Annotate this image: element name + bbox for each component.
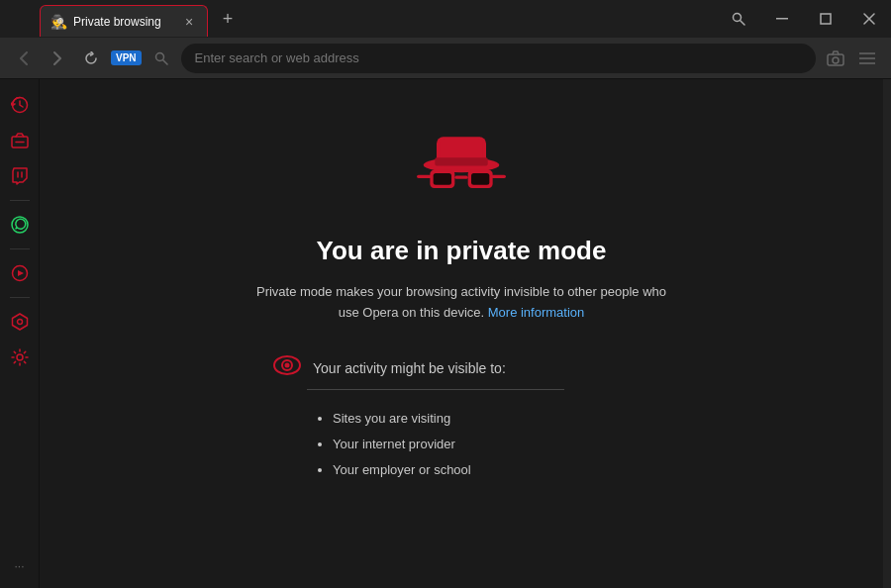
sidebar-more-button[interactable]: ···: [4, 554, 36, 578]
svg-rect-29: [454, 176, 467, 179]
svg-rect-2: [776, 18, 788, 20]
forward-button[interactable]: [44, 45, 71, 72]
svg-rect-3: [821, 14, 831, 24]
visibility-list: Sites you are visiting Your internet pro…: [273, 406, 649, 483]
sidebar-separator-1: [10, 200, 30, 201]
main-layout: ···: [0, 79, 891, 588]
private-browsing-tab-icon: 🕵: [50, 14, 67, 30]
active-tab[interactable]: 🕵 Private browsing ×: [40, 5, 208, 37]
visibility-header: Your activity might be visible to:: [273, 355, 649, 381]
visibility-section: Your activity might be visible to: Sites…: [273, 355, 649, 483]
svg-marker-20: [18, 270, 24, 276]
tab-close-button[interactable]: ×: [181, 14, 197, 30]
list-item: Your employer or school: [333, 457, 649, 483]
address-bar[interactable]: [181, 44, 816, 73]
window-search-button[interactable]: [717, 0, 760, 38]
sidebar-item-twitch[interactable]: [4, 160, 36, 192]
refresh-button[interactable]: [77, 45, 105, 72]
tab-title: Private browsing: [73, 15, 175, 29]
sidebar-item-player[interactable]: [4, 257, 36, 289]
private-mode-description: Private mode makes your browsing activit…: [248, 282, 674, 324]
more-information-link[interactable]: More information: [488, 305, 585, 320]
private-mode-heading: You are in private mode: [317, 236, 607, 266]
svg-point-22: [17, 354, 23, 360]
sidebar-item-whatsapp[interactable]: [4, 209, 36, 241]
back-button[interactable]: [10, 45, 38, 72]
sidebar-separator-3: [10, 297, 30, 298]
content-area: You are in private mode Private mode mak…: [40, 79, 883, 588]
scrollbar[interactable]: [883, 79, 891, 588]
close-window-button[interactable]: [847, 0, 891, 38]
sidebar-item-extensions[interactable]: [4, 306, 36, 338]
search-nav-icon[interactable]: [148, 45, 175, 72]
svg-point-36: [285, 362, 290, 367]
svg-rect-31: [471, 173, 489, 185]
sidebar: ···: [0, 79, 40, 588]
svg-point-21: [17, 320, 22, 325]
screenshot-button[interactable]: [822, 45, 849, 72]
svg-line-7: [162, 59, 167, 64]
visibility-divider: [307, 389, 564, 390]
sidebar-item-history[interactable]: [4, 89, 36, 121]
vpn-button[interactable]: VPN: [111, 50, 142, 65]
sidebar-separator-2: [10, 248, 30, 249]
new-tab-button[interactable]: +: [214, 5, 242, 33]
svg-line-1: [741, 21, 745, 26]
sidebar-bottom: ···: [4, 554, 36, 578]
list-item: Your internet provider: [333, 432, 649, 457]
svg-rect-33: [491, 175, 506, 178]
nav-bar: VPN: [0, 38, 891, 79]
minimize-button[interactable]: [760, 0, 804, 38]
menu-button[interactable]: [853, 45, 881, 72]
visibility-title: Your activity might be visible to:: [313, 360, 506, 376]
private-mode-icon: [412, 119, 511, 212]
svg-rect-26: [435, 157, 487, 165]
svg-rect-32: [417, 175, 432, 178]
restore-button[interactable]: [804, 0, 847, 38]
nav-right-buttons: [822, 45, 881, 72]
svg-point-9: [833, 57, 839, 63]
sidebar-item-settings[interactable]: [4, 342, 36, 373]
window-controls: [717, 0, 891, 38]
eye-icon: [273, 355, 301, 381]
sidebar-item-tv[interactable]: [4, 125, 36, 156]
title-bar: 🕵 Private browsing × +: [0, 0, 891, 38]
svg-rect-30: [434, 173, 451, 185]
list-item: Sites you are visiting: [333, 406, 649, 432]
